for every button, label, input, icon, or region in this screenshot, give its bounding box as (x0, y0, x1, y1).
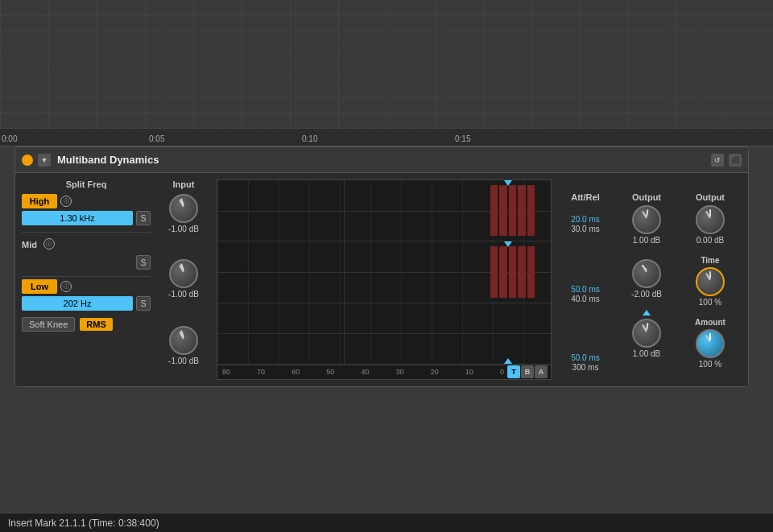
high-output-knob[interactable] (632, 205, 661, 234)
output-panel: Output 1.00 dB -2.00 dB (619, 179, 674, 380)
tba-b-button[interactable]: B (521, 365, 534, 378)
split-freq-panel: Split Freq High ⓘ 1.30 kHz S Mid ⓘ (22, 179, 151, 380)
reload-icon[interactable]: ↺ (711, 154, 724, 167)
high-solo-button[interactable]: S (136, 211, 151, 225)
time-value: 100 % (699, 298, 721, 307)
arrangement-view (0, 0, 773, 129)
save-icon[interactable]: ⬛ (729, 154, 742, 167)
plugin-dropdown[interactable]: ▼ (38, 154, 51, 167)
high-bar-1 (490, 185, 498, 236)
input-panel: Input -1.00 dB -1.00 dB (155, 179, 212, 380)
mid-bar-viz (490, 246, 535, 297)
header-icons: ↺ ⬛ (711, 154, 742, 167)
low-triangle-bottom (504, 358, 512, 364)
right-output-panel: Output 0.00 dB Time 100 % Amount (679, 179, 742, 380)
mid-bar-3 (509, 246, 516, 297)
axis-40: 40 (361, 368, 369, 376)
plugin-window: ▼ Multiband Dynamics ↺ ⬛ Split Freq High… (14, 146, 749, 387)
main-display[interactable]: 80 70 60 50 40 30 20 10 0 T B A (217, 179, 552, 380)
mid-band-row: Mid ⓘ S (22, 235, 151, 270)
amount-label: Amount (695, 318, 725, 327)
low-band-row: Low ⓘ 202 Hz S (22, 279, 151, 311)
timeline-mark-2: 0:10 (302, 134, 317, 143)
mid-input-knob[interactable] (169, 259, 198, 288)
low-input-knob-wrapper (169, 326, 198, 355)
high-bar-4 (518, 185, 525, 236)
timeline-mark-0: 0:00 (2, 134, 17, 143)
amount-knob[interactable] (696, 329, 725, 358)
high-output-knob-group: 1.00 dB (632, 205, 661, 245)
mid-att-rel: 50.0 ms 40.0 ms (556, 285, 614, 303)
time-knob-wrapper (696, 267, 725, 296)
plugin-body: Split Freq High ⓘ 1.30 kHz S Mid ⓘ (15, 173, 748, 386)
timeline-marks: 0:00 0:05 0:10 0:15 (0, 129, 773, 146)
low-input-knob-group: -1.00 dB (168, 326, 199, 365)
mid-band-info-icon[interactable]: ⓘ (43, 238, 55, 250)
right-output-label: Output (696, 192, 725, 202)
output-label: Output (632, 192, 661, 202)
soft-knee-button[interactable]: Soft Knee (22, 317, 75, 332)
high-bar-2 (499, 185, 506, 236)
tba-a-button[interactable]: A (535, 365, 548, 378)
low-freq-input[interactable]: 202 Hz (22, 296, 133, 311)
att-rel-label: Att/Rel (556, 192, 614, 202)
timeline-mark-1: 0:05 (149, 134, 164, 143)
high-freq-input[interactable]: 1.30 kHz (22, 211, 133, 225)
axis-10: 10 (465, 368, 473, 376)
low-band-top: Low ⓘ (22, 279, 151, 294)
mid-output-triangle (643, 310, 651, 315)
mid-solo-button[interactable]: S (136, 255, 151, 270)
axis-0: 0 (500, 368, 504, 376)
power-button[interactable] (22, 155, 33, 166)
high-input-knob-wrapper (169, 194, 198, 223)
axis-20: 20 (431, 368, 439, 376)
mid-input-knob-group: -1.00 dB (168, 259, 199, 299)
high-input-knob[interactable] (169, 194, 198, 223)
mid-output-knob-group: -2.00 dB (631, 259, 662, 299)
mid-band-label: Mid (22, 240, 37, 250)
low-band-info-icon[interactable]: ⓘ (60, 281, 72, 292)
att-rel-panel: Att/Rel 20.0 ms 30.0 ms 50.0 ms 40.0 ms … (556, 179, 614, 380)
high-input-value: -1.00 dB (168, 225, 199, 233)
high-band-button[interactable]: High (22, 194, 57, 208)
high-output-db: 1.00 dB (633, 236, 660, 245)
high-att-rel: 20.0 ms 30.0 ms (556, 215, 614, 233)
high-rel-value: 30.0 ms (571, 225, 600, 233)
high-band-info-icon[interactable]: ⓘ (60, 196, 72, 207)
mid-output-knob[interactable] (632, 259, 661, 288)
mid-display-band (217, 241, 551, 303)
low-input-knob[interactable] (169, 326, 198, 355)
display-inner: 80 70 60 50 40 30 20 10 0 T B A (217, 180, 551, 379)
low-output-knob-group: 1.00 dB (632, 319, 661, 358)
low-mid-line (217, 333, 551, 334)
sep-2 (22, 276, 151, 277)
right-output-knob-wrapper (696, 205, 725, 234)
low-solo-button[interactable]: S (136, 296, 151, 311)
axis-70: 70 (257, 368, 265, 376)
rms-button[interactable]: RMS (80, 318, 112, 331)
high-band-top: High ⓘ (22, 194, 151, 208)
high-output-knob-wrapper (632, 205, 661, 234)
mid-att-value: 50.0 ms (571, 285, 600, 294)
right-output-knob-group: 0.00 dB (696, 205, 725, 245)
right-output-knob[interactable] (696, 205, 725, 234)
time-knob[interactable] (696, 267, 725, 296)
low-output-knob[interactable] (632, 319, 661, 348)
high-freq-row: 1.30 kHz S (22, 211, 151, 225)
time-knob-group: 100 % (696, 267, 725, 307)
display-axis: 80 70 60 50 40 30 20 10 0 T B A (217, 365, 551, 379)
plugin-header: ▼ Multiband Dynamics ↺ ⬛ (15, 147, 748, 173)
high-input-knob-group: -1.00 dB (168, 194, 199, 233)
axis-30: 30 (396, 368, 404, 376)
high-bar-3 (509, 185, 516, 236)
low-band-button[interactable]: Low (22, 279, 57, 294)
axis-60: 60 (291, 368, 300, 376)
tba-t-button[interactable]: T (507, 365, 520, 378)
status-bar: Insert Mark 21.1.1 (Time: 0:38:400) (0, 513, 773, 532)
timeline-ruler[interactable]: 0:00 0:05 0:10 0:15 (0, 129, 773, 146)
mid-input-knob-wrapper (169, 259, 198, 288)
axis-80: 80 (222, 368, 230, 376)
mid-bar-5 (527, 246, 535, 297)
low-rel-value: 300 ms (573, 363, 599, 372)
mid-output-knob-wrapper (632, 259, 661, 288)
